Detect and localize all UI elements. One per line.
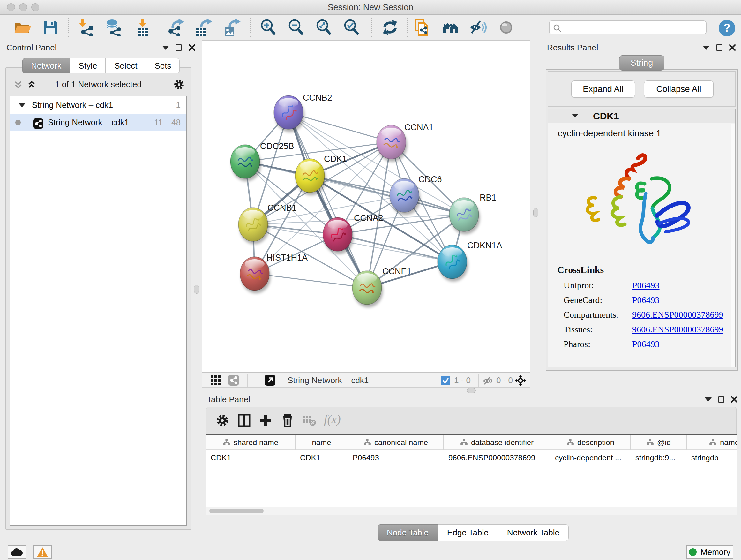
zoom-in-icon[interactable] [259, 18, 277, 37]
horizontal-splitter-handle[interactable] [467, 388, 476, 393]
tab-edge-table[interactable]: Edge Table [438, 524, 498, 541]
cloud-button[interactable] [8, 545, 26, 559]
node-CDC6[interactable] [390, 179, 420, 215]
table-cell[interactable]: cyclin-dependent ... [550, 450, 631, 465]
tab-network-table[interactable]: Network Table [498, 524, 569, 541]
save-session-icon[interactable] [42, 18, 59, 37]
zoom-out-icon[interactable] [287, 18, 305, 37]
panel-close-icon[interactable] [729, 44, 736, 51]
share-document-icon[interactable] [413, 18, 431, 37]
crosslink-link[interactable]: 9606.ENSP00000378699 [632, 324, 723, 334]
zoom-selected-icon[interactable] [342, 18, 360, 37]
results-scrollbar[interactable] [731, 124, 735, 367]
horizontal-scrollbar[interactable] [206, 507, 737, 515]
export-network-icon[interactable] [167, 18, 185, 37]
expand-all-button[interactable]: Expand All [571, 80, 635, 98]
crosslink-link[interactable]: P06493 [632, 280, 660, 290]
node-CDK1[interactable] [295, 159, 326, 195]
collapse-all-button[interactable]: Collapse All [644, 80, 714, 98]
node-CCNA1[interactable] [377, 125, 407, 162]
section-expander-icon[interactable] [572, 114, 578, 118]
table-cell[interactable]: CDK1 [206, 450, 295, 465]
network-canvas[interactable]: CCNB2CCNA1CDC25BCDK1CDC6RB1CCNB1CCNA2CDK… [202, 40, 530, 372]
node-CDC25B[interactable] [230, 145, 261, 181]
crosslink-label: Uniprot: [563, 280, 632, 291]
node-CCNA2[interactable] [323, 217, 354, 254]
table-row[interactable]: CDK1CDK1P064939606.ENSP00000378699cyclin… [206, 450, 737, 465]
table-cell[interactable]: 9606.ENSP00000378699 [444, 450, 550, 465]
import-network-file-icon[interactable] [77, 18, 95, 37]
table-settings-gear-icon[interactable] [215, 414, 229, 429]
panel-menu-icon[interactable] [704, 397, 712, 401]
scrollbar-thumb[interactable] [209, 509, 264, 513]
grid-view-icon[interactable] [210, 375, 221, 387]
network-row[interactable]: String Network – cdk1 11 48 [10, 114, 186, 131]
node-HIST1H1A[interactable] [240, 257, 271, 294]
search-input[interactable] [565, 22, 702, 33]
panel-close-icon[interactable] [731, 396, 738, 403]
refresh-icon[interactable] [381, 18, 399, 37]
zoom-fit-icon[interactable] [315, 18, 333, 37]
edge-HIST1H1A-CCNE1[interactable] [255, 273, 367, 288]
crosslink-row: Pharos:P06493 [563, 339, 728, 354]
network-collection-row[interactable]: String Network – cdk1 1 [10, 97, 186, 114]
column-header-namespace[interactable]: namespace [687, 435, 737, 450]
import-network-database-icon[interactable] [105, 18, 122, 37]
column-header-shared-name[interactable]: shared name [206, 435, 295, 450]
node-CCNB2[interactable] [274, 96, 305, 132]
network-options-gear-icon[interactable] [173, 78, 185, 92]
crosslink-link[interactable]: 9606.ENSP00000378699 [632, 310, 723, 320]
right-splitter-handle[interactable] [533, 208, 538, 217]
tab-string[interactable]: String [619, 55, 664, 71]
network-share-view-icon[interactable] [228, 375, 239, 387]
table-cell[interactable]: CDK1 [295, 450, 348, 465]
panel-close-icon[interactable] [188, 44, 195, 51]
toolbar-separator [250, 18, 251, 37]
tab-node-table[interactable]: Node Table [378, 524, 438, 541]
column-header-description[interactable]: description [550, 435, 631, 450]
import-table-file-icon[interactable] [134, 18, 151, 37]
hidden-eye-icon[interactable] [483, 375, 494, 388]
network-graph[interactable]: CCNB2CCNA1CDC25BCDK1CDC6RB1CCNB1CCNA2CDK… [202, 41, 530, 372]
birdseye-icon[interactable] [514, 374, 527, 388]
tab-sets[interactable]: Sets [146, 58, 180, 73]
column-header-canonical-name[interactable]: canonical name [348, 435, 444, 450]
export-image-icon[interactable] [223, 18, 241, 37]
warnings-button[interactable] [33, 545, 52, 559]
add-column-icon[interactable] [259, 414, 273, 429]
panel-menu-icon[interactable] [703, 46, 710, 50]
panel-float-icon[interactable] [176, 44, 182, 51]
node-RB1[interactable] [449, 198, 480, 234]
open-in-window-icon[interactable] [265, 375, 275, 387]
show-glass-eye-icon[interactable] [497, 18, 515, 37]
selected-checkbox-icon[interactable] [441, 376, 450, 387]
tab-style[interactable]: Style [70, 58, 106, 73]
string-home-icon[interactable] [442, 18, 460, 37]
memory-button[interactable]: Memory [686, 545, 733, 559]
column-header--id[interactable]: @id [631, 435, 687, 450]
crosslink-link[interactable]: P06493 [632, 339, 660, 349]
node-CDKN1A[interactable] [437, 245, 468, 282]
delete-column-icon[interactable] [280, 414, 294, 429]
table-cell[interactable]: P06493 [348, 450, 444, 465]
node-CCNE1[interactable] [352, 271, 383, 307]
table-cell[interactable]: stringdb [687, 450, 737, 465]
open-session-icon[interactable] [13, 18, 31, 37]
help-icon[interactable]: ? [718, 19, 736, 37]
column-header-database-identifier[interactable]: database identifier [444, 435, 550, 450]
show-columns-icon[interactable] [237, 414, 251, 429]
left-splitter-handle[interactable] [194, 285, 199, 294]
tab-network[interactable]: Network [22, 58, 70, 73]
crosslink-link[interactable]: P06493 [632, 295, 660, 305]
hide-glass-eye-icon[interactable] [469, 18, 487, 37]
panel-float-icon[interactable] [716, 44, 723, 51]
collection-expander-icon[interactable] [18, 103, 25, 107]
panel-menu-icon[interactable] [162, 46, 169, 50]
export-table-icon[interactable] [194, 18, 212, 37]
tab-select[interactable]: Select [106, 58, 146, 73]
panel-float-icon[interactable] [718, 396, 724, 402]
gene-section-header[interactable]: CDK1 [548, 109, 735, 123]
table-cell[interactable]: stringdb:9... [631, 450, 687, 465]
node-CCNB1[interactable] [239, 207, 269, 244]
column-header-name[interactable]: name [295, 435, 348, 450]
